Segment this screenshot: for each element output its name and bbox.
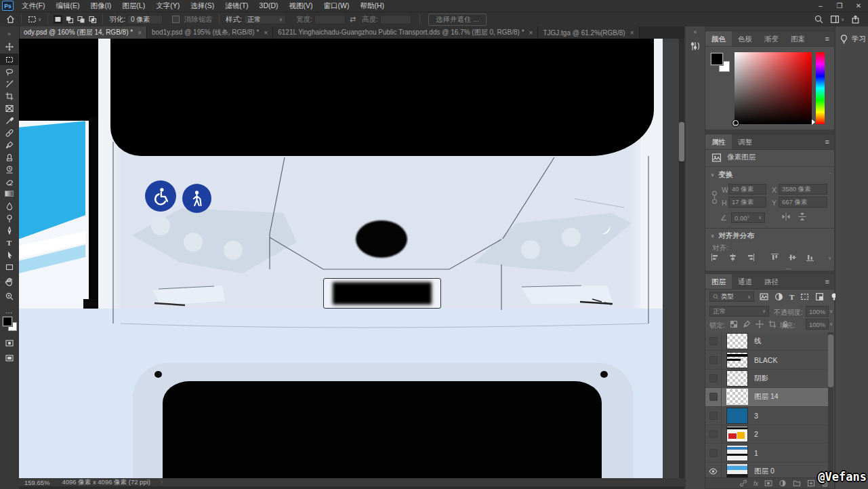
align-bottom-icon[interactable] bbox=[806, 253, 814, 262]
lock-position-icon[interactable] bbox=[756, 320, 764, 328]
layer-thumbnail[interactable] bbox=[726, 389, 748, 405]
tab-paths[interactable]: 路径 bbox=[758, 274, 785, 289]
width-input[interactable] bbox=[314, 15, 346, 24]
eyedropper-tool[interactable] bbox=[0, 115, 18, 126]
default-colors-icon[interactable] bbox=[3, 317, 17, 331]
link-layers-icon[interactable] bbox=[739, 480, 747, 487]
hand-tool[interactable] bbox=[0, 276, 18, 288]
visibility-toggle[interactable] bbox=[705, 444, 722, 461]
filter-smart-object-icon[interactable] bbox=[815, 292, 824, 301]
toolbar-collapse-icon[interactable]: » bbox=[0, 28, 18, 39]
visibility-toggle[interactable] bbox=[705, 407, 722, 425]
menu-help[interactable]: 帮助(H) bbox=[355, 0, 390, 12]
add-to-selection-icon[interactable] bbox=[65, 15, 74, 24]
feather-input[interactable]: 0 像素 bbox=[127, 15, 163, 24]
layer-filter-select[interactable]: 类型∨ bbox=[709, 292, 754, 302]
eraser-tool[interactable] bbox=[0, 176, 18, 187]
tab-close-icon[interactable]: × bbox=[138, 29, 142, 37]
rectangle-tool[interactable] bbox=[0, 261, 18, 273]
saturation-brightness-box[interactable] bbox=[735, 52, 812, 124]
align-top-icon[interactable] bbox=[770, 253, 779, 262]
blur-tool[interactable] bbox=[0, 200, 18, 212]
panel-menu-icon[interactable]: ≡ bbox=[825, 134, 834, 149]
select-and-mask-button[interactable]: 选择并遮住 ... bbox=[428, 14, 487, 26]
flip-horizontal-icon[interactable] bbox=[781, 212, 791, 221]
type-tool[interactable]: T bbox=[0, 237, 18, 248]
color-cursor[interactable] bbox=[732, 120, 739, 126]
tool-preset-marquee-icon[interactable]: ∨ bbox=[26, 14, 43, 26]
filter-type-icon[interactable]: T bbox=[789, 293, 794, 301]
visibility-toggle[interactable] bbox=[705, 332, 722, 350]
layer-row[interactable]: 2 bbox=[705, 425, 829, 444]
subtract-from-selection-icon[interactable] bbox=[77, 15, 85, 24]
y-value-input[interactable]: 667 像素 bbox=[779, 197, 827, 208]
menu-window[interactable]: 窗口(W) bbox=[318, 0, 355, 12]
align-left-icon[interactable] bbox=[711, 253, 720, 262]
visibility-toggle[interactable] bbox=[705, 370, 722, 387]
new-group-icon[interactable] bbox=[793, 480, 801, 487]
tab-properties[interactable]: 属性 bbox=[705, 134, 732, 149]
align-right-icon[interactable] bbox=[746, 253, 755, 262]
add-mask-icon[interactable] bbox=[764, 480, 772, 487]
align-center-horizontal-icon[interactable] bbox=[728, 253, 737, 262]
tab-swatches[interactable]: 色板 bbox=[732, 31, 758, 46]
fill-chevron-icon[interactable]: ∨ bbox=[829, 321, 833, 327]
foreground-color-swatch[interactable] bbox=[3, 317, 12, 326]
lasso-tool[interactable] bbox=[0, 66, 18, 77]
panel-expand-icon[interactable]: « bbox=[686, 26, 705, 35]
tab-close-icon[interactable]: × bbox=[630, 29, 634, 37]
hue-slider[interactable] bbox=[816, 52, 825, 124]
layer-thumbnail[interactable] bbox=[726, 333, 748, 349]
doc-tab-bod1y[interactable]: bod1y.psd @ 195% (线条, RGB/8) *× bbox=[147, 26, 273, 39]
doc-tab-transport-dds[interactable]: 6121L Yinghaichadu-Guangzhou Public Tran… bbox=[273, 26, 538, 39]
link-dimensions-icon[interactable] bbox=[710, 189, 719, 206]
intersect-selection-icon[interactable] bbox=[88, 15, 97, 24]
gradient-tool[interactable] bbox=[0, 188, 18, 199]
minimize-button[interactable]: – bbox=[811, 0, 830, 12]
collapsed-color-panel-icon[interactable] bbox=[686, 35, 705, 52]
menu-file[interactable]: 文件(F) bbox=[16, 0, 50, 12]
layer-thumbnail[interactable] bbox=[726, 370, 748, 387]
menu-filter[interactable]: 滤镜(T) bbox=[220, 0, 253, 12]
layer-thumbnail[interactable] bbox=[726, 352, 748, 368]
height-value-input[interactable]: 17 像素 bbox=[728, 197, 766, 208]
foreground-color-swatch[interactable] bbox=[711, 53, 723, 65]
tab-color[interactable]: 颜色 bbox=[705, 31, 732, 46]
menu-image[interactable]: 图像(I) bbox=[85, 0, 117, 12]
move-tool[interactable] bbox=[0, 41, 18, 52]
close-button[interactable]: ✕ bbox=[849, 0, 868, 12]
scroll-down-icon[interactable]: ∨ bbox=[828, 256, 831, 261]
width-value-input[interactable]: 40 像素 bbox=[728, 184, 766, 195]
canvas-vscrollbar-thumb[interactable] bbox=[679, 122, 684, 161]
layer-row[interactable]: BLACK bbox=[705, 351, 829, 369]
history-brush-tool[interactable] bbox=[0, 163, 18, 175]
layer-row-selected[interactable]: 图层 14 bbox=[705, 388, 829, 406]
doc-tab-ody[interactable]: ody.psd @ 160% (图层 14, RGB/8) *× bbox=[19, 26, 147, 39]
tab-channels[interactable]: 通道 bbox=[732, 274, 758, 289]
path-selection-tool[interactable] bbox=[0, 249, 18, 260]
tab-close-icon[interactable]: × bbox=[264, 29, 268, 37]
tab-close-icon[interactable]: × bbox=[529, 29, 533, 37]
menu-3d[interactable]: 3D(D) bbox=[254, 0, 284, 12]
filter-shape-icon[interactable] bbox=[800, 292, 809, 301]
layer-row[interactable]: 3 bbox=[705, 407, 829, 425]
quick-mask-icon[interactable] bbox=[0, 337, 18, 349]
lock-transparency-icon[interactable] bbox=[730, 320, 738, 328]
filter-image-icon[interactable] bbox=[760, 292, 768, 301]
pen-tool[interactable] bbox=[0, 224, 18, 236]
share-icon[interactable] bbox=[851, 15, 860, 24]
layer-thumbnail[interactable] bbox=[726, 463, 748, 479]
learn-panel-chip[interactable]: 学习 bbox=[835, 26, 868, 44]
collapse-chevron-icon[interactable]: ∨ bbox=[711, 233, 714, 239]
screen-mode-icon[interactable] bbox=[0, 352, 18, 364]
eye-icon[interactable] bbox=[709, 468, 718, 475]
lock-pixels-icon[interactable] bbox=[743, 320, 751, 328]
transform-section-title[interactable]: 变换 bbox=[718, 170, 732, 180]
canvas-viewport[interactable] bbox=[19, 39, 684, 478]
panel-menu-icon[interactable]: ≡ bbox=[825, 274, 834, 289]
align-section-title[interactable]: 对齐并分布 bbox=[718, 231, 754, 241]
menu-layer[interactable]: 图层(L) bbox=[117, 0, 150, 12]
layer-style-icon[interactable]: fx bbox=[753, 480, 758, 487]
canvas-hscrollbar[interactable] bbox=[19, 486, 684, 489]
visibility-toggle[interactable] bbox=[705, 463, 722, 479]
